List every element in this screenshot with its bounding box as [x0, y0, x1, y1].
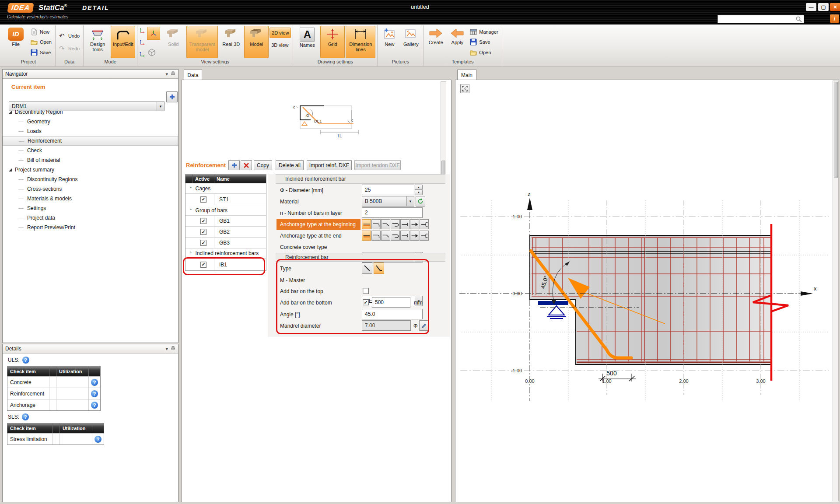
- main-canvas[interactable]: [455, 80, 839, 502]
- tree-node-discontinuity-region[interactable]: Discontinuity Region: [3, 107, 178, 117]
- save-button[interactable]: Save: [29, 47, 53, 57]
- template-manager-button[interactable]: Manager: [468, 27, 500, 37]
- main-scrollbar-thumb[interactable]: [834, 82, 838, 178]
- template-create-button[interactable]: Create: [425, 26, 446, 58]
- template-open-button[interactable]: Open: [468, 47, 500, 57]
- close-button[interactable]: ✕: [830, 3, 840, 11]
- anchorage-hook-180-icon[interactable]: [391, 219, 400, 229]
- pin-icon[interactable]: [171, 346, 175, 352]
- delete-reinforcement-button[interactable]: [241, 160, 252, 170]
- axonometry-button[interactable]: [147, 27, 160, 40]
- add-item-button[interactable]: [166, 91, 178, 102]
- uls-help-icon[interactable]: ?: [22, 357, 29, 364]
- input-edit-button[interactable]: Input/Edit: [111, 26, 135, 58]
- anchorage-welded-plate-icon[interactable]: [410, 219, 419, 229]
- tree-node-project-data[interactable]: Project data: [3, 213, 178, 223]
- anchorage-hook-180-icon[interactable]: [391, 231, 400, 241]
- maximize-button[interactable]: ▢: [818, 3, 829, 11]
- anchorage-hook-90-icon[interactable]: [371, 231, 381, 241]
- spinner-up-icon[interactable]: ▲: [415, 185, 423, 190]
- bars-in-layer-input[interactable]: 2: [362, 207, 423, 218]
- tree-node-reinforcement[interactable]: Reinforcement: [3, 136, 178, 146]
- gallery-button[interactable]: Gallery: [400, 26, 421, 58]
- row-help-icon[interactable]: ?: [94, 436, 102, 443]
- tree-node-geometry[interactable]: Geometry: [3, 117, 178, 126]
- mandrel-input[interactable]: 7.00: [362, 320, 411, 331]
- collapse-chevron-icon[interactable]: ▾: [165, 71, 168, 77]
- search-input[interactable]: [718, 15, 804, 23]
- diameter-spinner[interactable]: ▲ ▼: [415, 185, 423, 195]
- open-button[interactable]: Open: [29, 37, 53, 47]
- tree-node-materials-models[interactable]: Materials & models: [3, 194, 178, 203]
- group-row-inclined[interactable]: ⌃ Inclined reinforcement bars: [186, 248, 266, 259]
- axis-xy-icon[interactable]: [139, 27, 146, 34]
- real-3d-button[interactable]: Real 3D: [219, 26, 243, 58]
- pin-icon[interactable]: [171, 71, 175, 77]
- anchorage-welded-plate-icon[interactable]: [410, 231, 419, 241]
- tree-node-discontinuity-regions[interactable]: Discontinuity Regions: [3, 175, 178, 184]
- axis-yz-icon[interactable]: [139, 50, 146, 57]
- model-button[interactable]: Model: [244, 26, 269, 58]
- list-row-st1[interactable]: ✓ ST1: [186, 194, 266, 205]
- anchorage-bend-icon[interactable]: [400, 231, 410, 241]
- active-checkbox[interactable]: ✓: [200, 196, 206, 203]
- anchorage-hook-45-icon[interactable]: [381, 231, 390, 241]
- anchorage-hook-90-icon[interactable]: [371, 219, 381, 229]
- template-save-button[interactable]: Save: [468, 37, 500, 47]
- tree-node-report-preview-print[interactable]: Report Preview/Print: [3, 223, 178, 232]
- list-row-gb1[interactable]: ✓ GB1: [186, 216, 266, 227]
- add-reinforcement-button[interactable]: [228, 160, 240, 170]
- add-bar-top-checkbox[interactable]: [363, 288, 369, 294]
- tree-node-bill-of-material[interactable]: Bill of material: [3, 155, 178, 165]
- tree-node-loads[interactable]: Loads: [3, 126, 178, 136]
- add-bar-bottom-checkbox[interactable]: ✓: [363, 299, 369, 305]
- dimension-lines-button[interactable]: Dimension lines: [346, 26, 375, 58]
- main-scrollbar[interactable]: [833, 80, 839, 501]
- sls-help-icon[interactable]: ?: [22, 413, 29, 420]
- zoom-fit-button[interactable]: [460, 84, 469, 93]
- grid-button[interactable]: Grid: [320, 26, 345, 58]
- list-row-gb3[interactable]: ✓ GB3: [186, 238, 266, 248]
- names-button[interactable]: A Names: [295, 26, 319, 58]
- anchorage-begin-label[interactable]: Anchorage type at the beginning: [276, 219, 360, 230]
- diameter-input[interactable]: 25: [362, 185, 414, 195]
- tree-node-check[interactable]: Check: [3, 146, 178, 155]
- list-row-ib1[interactable]: ✓ IB1: [186, 259, 266, 270]
- type-straight-icon[interactable]: [362, 262, 372, 274]
- view-2d-button[interactable]: 2D view: [270, 28, 291, 38]
- anchorage-straight-icon[interactable]: [362, 219, 371, 229]
- active-checkbox[interactable]: ✓: [200, 262, 206, 268]
- anchorage-hook-45-icon[interactable]: [381, 219, 390, 229]
- anchorage-bend-icon[interactable]: [400, 219, 410, 229]
- mandrel-edit-button[interactable]: [419, 320, 429, 331]
- tab-main[interactable]: Main: [457, 70, 476, 80]
- material-select[interactable]: B 500B ▼: [362, 196, 414, 206]
- solid-button[interactable]: Solid: [161, 26, 186, 58]
- cube-view-icon[interactable]: [147, 48, 157, 57]
- minimize-button[interactable]: —: [806, 3, 816, 11]
- new-button[interactable]: New: [29, 27, 53, 37]
- collapse-chevron-icon[interactable]: ▾: [165, 346, 168, 352]
- row-help-icon[interactable]: ?: [91, 390, 98, 397]
- add-bar-bottom-input[interactable]: 500: [372, 297, 410, 308]
- file-button[interactable]: ID File: [4, 26, 28, 58]
- redo-button[interactable]: ↷ Redo: [57, 43, 81, 53]
- group-row-bars[interactable]: ⌃ Group of bars: [186, 205, 266, 216]
- delete-all-button[interactable]: Delete all: [276, 160, 304, 170]
- import-tendon-dxf-button[interactable]: Import tendon DXF: [354, 160, 401, 170]
- template-apply-button[interactable]: Apply: [447, 26, 467, 58]
- active-checkbox[interactable]: ✓: [200, 240, 206, 246]
- axis-xz-icon[interactable]: [139, 38, 146, 46]
- tab-data[interactable]: Data: [184, 70, 202, 80]
- design-tools-button[interactable]: Design tools: [85, 26, 110, 58]
- type-bent-icon[interactable]: [374, 262, 384, 274]
- tree-node-settings[interactable]: Settings: [3, 203, 178, 213]
- group-row-cages[interactable]: ⌃ Cages: [186, 183, 266, 194]
- transparent-model-button[interactable]: Transparent model: [186, 26, 218, 58]
- anchorage-straight-icon[interactable]: [362, 231, 371, 241]
- row-help-icon[interactable]: ?: [91, 379, 98, 386]
- anchorage-plate-icon[interactable]: [420, 231, 429, 241]
- spinner-down-icon[interactable]: ▼: [415, 190, 423, 195]
- active-checkbox[interactable]: ✓: [200, 218, 206, 224]
- view-3d-button[interactable]: 3D view: [270, 40, 291, 50]
